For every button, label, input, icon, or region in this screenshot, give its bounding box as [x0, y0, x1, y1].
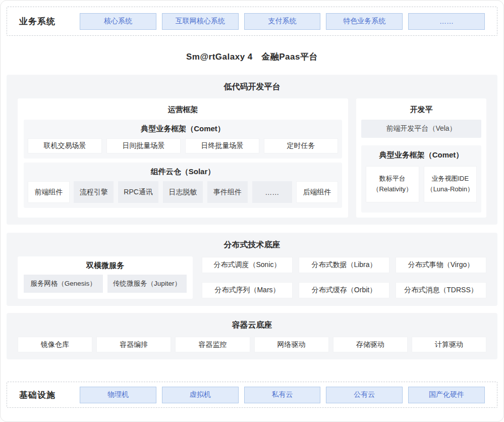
solar-component-buttons: 流程引擎RPC通讯日志脱敏事件组件……	[74, 181, 292, 203]
business-systems-row: 业务系统 核心系统互联网核心系统支付系统特色业务系统……	[7, 7, 497, 36]
comet-framework-panel: 典型业务框架（Comet） 联机交易场景日间批量场景日终批量场景定时任务	[24, 120, 342, 159]
microservice-button[interactable]: 服务网格（Genesis）	[24, 275, 103, 293]
distributed-service-grid: 分布式调度（Sonic）分布式数据（Libra）分布式事物（Virgo）分布式序…	[202, 256, 486, 299]
business-system-chip[interactable]: 支付系统	[244, 13, 321, 30]
distributed-service-button[interactable]: 分布式数据（Libra）	[299, 257, 389, 273]
distributed-service-button[interactable]: 分布式调度（Sonic）	[202, 257, 293, 273]
scenario-button[interactable]: 联机交易场景	[28, 138, 102, 153]
component-button[interactable]: ……	[252, 181, 292, 203]
business-system-chip[interactable]: 互联网核心系统	[162, 13, 239, 30]
distributed-service-button[interactable]: 分布式消息（TDRSS）	[396, 282, 486, 298]
business-system-chip[interactable]: ……	[408, 13, 485, 30]
comet-scenario-buttons: 联机交易场景日间批量场景日终批量场景定时任务	[28, 138, 338, 153]
business-systems-label: 业务系统	[19, 16, 66, 27]
distributed-service-button[interactable]: 分布式缓存（Orbit）	[299, 282, 389, 298]
component-button[interactable]: 事件组件	[207, 181, 247, 203]
container-cloud-layer: 容器云底座 镜像仓库容器编排容器监控网络驱动存储驱动计算驱动	[7, 313, 497, 359]
lowcode-layer: 低代码开发平台 运营框架 典型业务框架（Comet） 联机交易场景日间批量场景日…	[7, 75, 497, 225]
dev-tool-button[interactable]: 数标平台 （Relativity）	[366, 166, 419, 202]
scenario-button[interactable]: 日间批量场景	[106, 138, 181, 153]
business-systems-chips: 核心系统互联网核心系统支付系统特色业务系统……	[80, 13, 485, 30]
component-button[interactable]: RPC通讯	[118, 181, 158, 203]
infrastructure-chip[interactable]: 虚拟机	[162, 387, 239, 403]
distributed-service-button[interactable]: 分布式序列（Mars）	[202, 282, 293, 298]
container-capability-button[interactable]: 容器监控	[175, 337, 250, 352]
container-capability-button[interactable]: 存储驱动	[333, 337, 408, 352]
infrastructure-chip[interactable]: 物理机	[80, 387, 156, 403]
dual-microservice-panel: 双模微服务 服务网格（Genesis）传统微服务（Jupiter）	[18, 256, 193, 299]
distributed-service-button[interactable]: 分布式事物（Virgo）	[396, 257, 486, 273]
infrastructure-chip[interactable]: 公有云	[326, 387, 403, 403]
page-title: Sm@rtGalaxy 4 金融Paas平台	[7, 51, 497, 63]
container-capability-button[interactable]: 镜像仓库	[18, 337, 92, 352]
architecture-diagram: 业务系统 核心系统互联网核心系统支付系统特色业务系统…… Sm@rtGalaxy…	[0, 0, 504, 422]
business-system-chip[interactable]: 特色业务系统	[326, 13, 403, 30]
operation-framework-panel: 运营框架 典型业务框架（Comet） 联机交易场景日间批量场景日终批量场景定时任…	[18, 98, 348, 218]
container-cloud-buttons: 镜像仓库容器编排容器监控网络驱动存储驱动计算驱动	[18, 337, 486, 352]
business-system-chip[interactable]: 核心系统	[80, 13, 156, 30]
infrastructure-label: 基础设施	[19, 389, 66, 401]
solar-warehouse-title: 组件云仓（Solar）	[28, 167, 338, 177]
frontend-components-button[interactable]: 前端组件	[28, 181, 70, 203]
solar-warehouse-panel: 组件云仓（Solar） 前端组件 流程引擎RPC通讯日志脱敏事件组件…… 后端组…	[24, 163, 342, 208]
component-button[interactable]: 日志脱敏	[163, 181, 203, 203]
scenario-button[interactable]: 日终批量场景	[185, 138, 259, 153]
dev-platform-title: 开发平	[361, 98, 481, 115]
comet-framework-title: 典型业务框架（Comet）	[28, 124, 338, 134]
operation-framework-title: 运营框架	[24, 98, 342, 115]
dev-tool-button[interactable]: 业务视图IDE （Luna-Robin）	[424, 166, 477, 202]
infrastructure-row: 基础设施 物理机虚拟机私有云公有云国产化硬件	[7, 382, 497, 408]
dev-comet-title: 典型业务框架（Comet）	[366, 150, 477, 160]
infrastructure-chip[interactable]: 私有云	[244, 387, 321, 403]
vela-frontend-platform-button[interactable]: 前端开发平台（Vela）	[361, 120, 481, 138]
component-button[interactable]: 流程引擎	[74, 181, 114, 203]
backend-components-button[interactable]: 后端组件	[296, 181, 338, 203]
distributed-layer: 分布式技术底座 双模微服务 服务网格（Genesis）传统微服务（Jupiter…	[7, 233, 497, 306]
microservice-button[interactable]: 传统微服务（Jupiter）	[107, 275, 187, 293]
dual-microservice-buttons: 服务网格（Genesis）传统微服务（Jupiter）	[24, 275, 187, 293]
container-capability-button[interactable]: 网络驱动	[254, 337, 329, 352]
dev-comet-buttons: 数标平台 （Relativity） 业务视图IDE （Luna-Robin）	[366, 166, 477, 202]
lowcode-layer-title: 低代码开发平台	[18, 75, 486, 92]
dev-comet-panel: 典型业务框架（Comet） 数标平台 （Relativity） 业务视图IDE …	[361, 145, 481, 213]
distributed-layer-title: 分布式技术底座	[18, 233, 486, 250]
infrastructure-chip[interactable]: 国产化硬件	[408, 387, 485, 403]
container-capability-button[interactable]: 计算驱动	[412, 337, 486, 352]
container-capability-button[interactable]: 容器编排	[96, 337, 171, 352]
dual-microservice-title: 双模微服务	[24, 256, 187, 271]
dev-platform-panel: 开发平 前端开发平台（Vela） 典型业务框架（Comet） 数标平台 （Rel…	[356, 98, 486, 218]
infrastructure-chips: 物理机虚拟机私有云公有云国产化硬件	[80, 387, 485, 403]
scenario-button[interactable]: 定时任务	[264, 138, 338, 153]
container-cloud-title: 容器云底座	[18, 313, 486, 331]
